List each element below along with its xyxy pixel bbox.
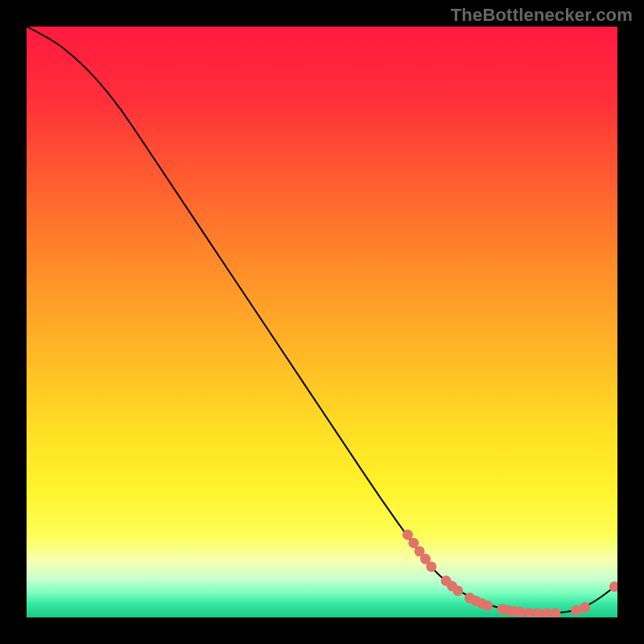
plot-svg [27,27,617,617]
curve-marker [514,607,525,617]
chart-stage: TheBottlenecker.com [0,0,644,644]
curve-marker [426,561,436,572]
curve-marker [482,601,493,611]
gradient-background [27,27,617,617]
watermark-text: TheBottlenecker.com [451,5,633,26]
plot-area [27,27,617,617]
curve-marker [580,602,590,613]
curve-marker [452,585,463,596]
curve-marker [571,605,581,616]
